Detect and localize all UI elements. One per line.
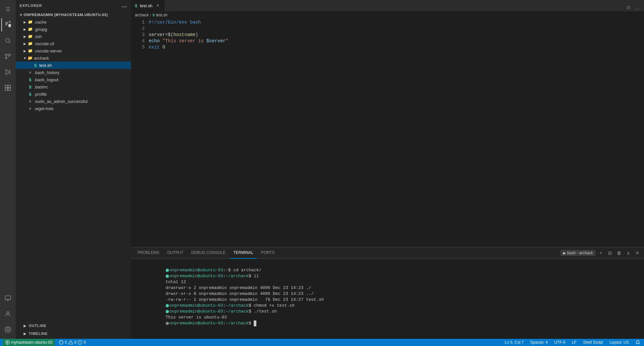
sidebar-item-vscode-cli[interactable]: ▶ 📁 .vscode-cli [16,40,131,47]
split-editor-icon[interactable]: ⊟ [624,3,632,11]
bash-logout-label: .bash_logout [34,77,58,82]
search-icon[interactable] [1,34,14,47]
sidebar-item-bashrc[interactable]: ▶ $ .bashrc [16,83,131,90]
account-icon[interactable] [1,307,14,320]
maximize-panel-btn[interactable]: ∧ [624,249,632,257]
spaces-status[interactable]: Spaces: 4 [529,339,549,346]
status-left: myhackteam-ubuntu-03 0 0 0 [3,339,87,346]
tab-output[interactable]: OUTPUT [163,247,187,259]
vscode-server-label: .vscode-server [34,48,62,53]
terminal-content[interactable]: onpremadmin@ubuntu-03:~$ cd archack/ onp… [131,259,644,339]
tab-close-button[interactable]: ✕ [155,3,160,8]
sidebar-item-ssh[interactable]: ▶ 📁 .ssh [16,33,131,40]
panel-tabs: PROBLEMS OUTPUT DEBUG CONSOLE TERMINAL P… [131,247,644,259]
more-actions-icon[interactable]: … [634,3,641,11]
close-panel-btn[interactable]: ✕ [634,249,641,257]
sidebar-item-wget-hsts[interactable]: ▶ ≡ .wget-hsts [16,105,131,112]
language-status[interactable]: Shell Script [582,339,604,346]
tab-ports[interactable]: PORTS [257,247,278,259]
root-folder[interactable]: ▼ ONPREMADMIN [MYHACKTEAM-UBUNTU-03] [16,11,131,18]
encoding-status[interactable]: UTF-8 [553,339,567,346]
tab-test-sh[interactable]: $ test.sh ✕ [131,0,165,11]
tab-problems[interactable]: PROBLEMS [134,247,163,259]
split-terminal-btn[interactable]: ⊟ [606,249,614,257]
bash-label-text: bash - archack [567,251,593,255]
editor-area: $ test.sh ✕ ⊟ … archack › $ test.sh 1 2 [131,0,644,339]
prompt-path-10: ~/archack [226,321,248,326]
code-editor[interactable]: 1 2 3 4 5 #!/usr/bin/env bash server=$(h… [131,19,644,247]
info-count: 0 [83,340,86,345]
run-icon[interactable] [1,66,14,79]
sidebar-item-bash-history[interactable]: ▶ ≡ .bash_history [16,69,131,76]
vscode-cli-label: .vscode-cli [34,41,54,46]
panel-tab-actions: ▶ bash - archack + ⊟ 🗑 ∧ ✕ [561,249,641,257]
tab-label: test.sh [140,3,152,8]
sidebar-item-bash-logout[interactable]: ▶ $ .bash_logout [16,76,131,83]
sidebar-item-archack[interactable]: ▼ 📂 archack [16,54,131,62]
outline-label: OUTLINE [29,324,46,328]
errors-status[interactable]: 0 0 0 [58,339,87,346]
breadcrumb-folder[interactable]: archack [135,13,149,17]
sidebar-item-sudo[interactable]: ▶ ≡ .sudo_as_admin_successful [16,98,131,105]
terminal-line-1: onpremadmin@ubuntu-03:~$ cd archack/ [135,261,640,267]
prompt-2: onpremadmin@ubuntu-03 [170,274,223,279]
ports-label: PORTS [261,250,274,255]
svg-rect-11 [5,296,11,300]
folder-icon: 📁 [28,27,33,32]
wget-hsts-label: .wget-hsts [34,106,53,111]
layout-status[interactable]: Layout: US [608,339,630,346]
folder-icon: 📁 [28,19,33,25]
menu-icon[interactable]: ☰ [1,3,14,16]
cache-arrow: ▶ [22,19,28,25]
sidebar-item-profile[interactable]: ▶ $ .profile [16,90,131,98]
activity-bar: ☰ [0,0,16,339]
remote-status[interactable]: myhackteam-ubuntu-03 [3,339,55,346]
error-icon [59,340,64,345]
cursor-position[interactable]: Ln 5, Col 7 [503,339,525,346]
new-terminal-btn[interactable]: + [597,249,605,257]
timeline-header[interactable]: ▶ TIMELINE [16,330,131,337]
ssh-arrow: ▶ [22,34,28,39]
output-5: drwxr-xr-x 8 onpremadmin onpremadmin 409… [166,291,314,296]
kill-terminal-btn[interactable]: 🗑 [615,249,623,257]
sidebar-item-cache[interactable]: ▶ 📁 .cache [16,18,131,26]
remote-icon[interactable] [1,292,14,305]
prompt-path-8: ~/archack [226,309,248,314]
terminal-panel: PROBLEMS OUTPUT DEBUG CONSOLE TERMINAL P… [131,247,644,339]
text-icon: ≡ [28,106,33,111]
profile-label: .profile [34,92,47,97]
explorer-icon[interactable] [1,18,14,31]
breadcrumb-file[interactable]: test.sh [156,13,167,17]
tab-debug-console[interactable]: DEBUG CONSOLE [187,247,230,259]
sidebar-item-vscode-server[interactable]: ▶ 📁 .vscode-server [16,47,131,54]
shell-icon: $ [33,63,38,68]
eol-label: LF [572,340,577,345]
warning-icon [68,340,73,345]
output-label: OUTPUT [167,250,183,255]
ssh-label: .ssh [34,34,42,39]
sidebar-title: EXPLORER [20,4,42,8]
svg-rect-7 [5,85,8,88]
notification-icon[interactable] [634,339,641,346]
sidebar: EXPLORER ... ▼ ONPREMADMIN [MYHACKTEAM-U… [0,0,131,339]
bashrc-label: .bashrc [34,85,48,89]
source-control-icon[interactable] [1,50,14,63]
output-9: This server is ubuntu-03 [166,315,227,320]
terminal-icon: ▶ [563,251,566,255]
sidebar-item-gnupg[interactable]: ▶ 📁 .gnupg [16,26,131,33]
svg-point-3 [6,57,7,59]
line-numbers: 1 2 3 4 5 [131,19,147,247]
eol-status[interactable]: LF [571,339,578,346]
code-content[interactable]: #!/usr/bin/env bash server=$(hostname) e… [147,19,641,247]
sidebar-more-icon[interactable]: ... [122,3,127,9]
outline-header[interactable]: ▶ OUTLINE [16,322,131,330]
tab-terminal[interactable]: TERMINAL [230,247,257,259]
root-folder-label: ONPREMADMIN [MYHACKTEAM-UBUNTU-03] [24,13,108,17]
settings-icon[interactable] [1,323,14,336]
breadcrumb: archack › $ test.sh [131,11,644,19]
sidebar-item-test-sh[interactable]: ▶ $ test.sh [16,62,131,69]
outline-arrow: ▶ [22,323,28,328]
cmd-2: ll [251,274,259,279]
text-icon: ≡ [28,99,33,104]
extensions-icon[interactable] [1,81,14,94]
